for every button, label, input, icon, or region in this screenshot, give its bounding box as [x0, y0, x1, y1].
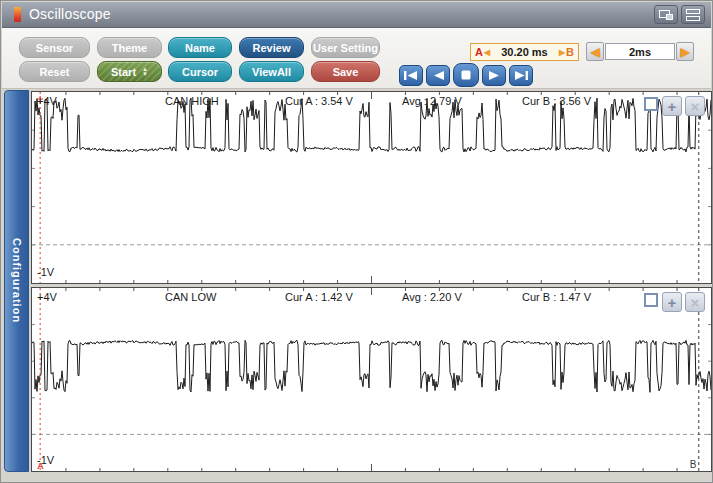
title-bar: Oscilloscope	[2, 2, 711, 28]
cursor-a-label: A	[475, 46, 483, 58]
transport-controls	[399, 63, 533, 87]
average-value: Avg : 2.79 V	[402, 95, 462, 107]
review-button[interactable]: Review	[239, 37, 304, 58]
configuration-tab[interactable]: Configuration	[4, 90, 29, 472]
cursor-a-value: Cur A : 1.42 V	[285, 291, 353, 303]
top-voltage-label: +4V	[37, 291, 57, 303]
average-value: Avg : 2.20 V	[402, 291, 462, 303]
channel-select-checkbox[interactable]	[644, 97, 658, 111]
can-high-waveform	[32, 92, 711, 283]
window-title: Oscilloscope	[29, 6, 111, 22]
a-left-arrow-icon[interactable]: ◀	[484, 48, 490, 57]
b-right-arrow-icon[interactable]: ▶	[559, 48, 565, 57]
cursor-button[interactable]: Cursor	[168, 61, 232, 82]
ab-time-readout: A ◀ 30.20 ms ▶ B	[470, 43, 579, 61]
stop-button[interactable]	[453, 63, 479, 87]
reset-button[interactable]: Reset	[19, 61, 90, 82]
cascade-windows-icon[interactable]	[654, 5, 678, 24]
app-logo-icon	[14, 7, 21, 22]
can-low-waveform: AB	[32, 288, 711, 471]
timebase-increase-button[interactable]: ▶	[676, 42, 694, 61]
scope-panel-can-low: AB +4V CAN LOW Cur A : 1.42 V Avg : 2.20…	[31, 287, 712, 472]
user-setting-button[interactable]: User Setting	[311, 37, 380, 58]
step-back-button[interactable]	[426, 65, 450, 86]
signal-name-label: CAN HIGH	[165, 95, 219, 107]
bottom-voltage-label: -1V	[37, 454, 54, 466]
play-button[interactable]	[482, 65, 506, 86]
split-layout-icon[interactable]	[681, 5, 705, 24]
oscilloscope-window: Oscilloscope Sensor Theme Name Review Us…	[0, 0, 713, 483]
theme-button[interactable]: Theme	[97, 37, 162, 58]
save-button[interactable]: Save	[311, 61, 380, 82]
sensor-button[interactable]: Sensor	[19, 37, 90, 58]
start-button[interactable]: Start ▲▼	[97, 61, 162, 82]
configuration-tab-label: Configuration	[11, 238, 23, 323]
scope-panel-can-high: +4V CAN HIGH Cur A : 3.54 V Avg : 2.79 V…	[31, 91, 712, 284]
name-button[interactable]: Name	[168, 37, 232, 58]
signal-name-label: CAN LOW	[165, 291, 216, 303]
svg-text:B: B	[690, 459, 697, 470]
add-channel-button[interactable]: +	[662, 292, 682, 312]
timebase-value-field[interactable]: 2ms	[605, 43, 675, 60]
cursor-a-value: Cur A : 3.54 V	[285, 95, 353, 107]
start-updown-icon: ▲▼	[142, 67, 148, 77]
cursor-b-label: B	[566, 46, 574, 58]
close-channel-button[interactable]: ×	[685, 96, 705, 116]
channel-select-checkbox[interactable]	[644, 293, 658, 307]
bottom-voltage-label: -1V	[37, 266, 54, 278]
timebase-decrease-button[interactable]: ◀	[586, 42, 604, 61]
close-channel-button[interactable]: ×	[685, 292, 705, 312]
cursor-b-value: Cur B : 1.47 V	[522, 291, 591, 303]
cursor-b-value: Cur B : 3.56 V	[522, 95, 591, 107]
add-channel-button[interactable]: +	[662, 96, 682, 116]
top-voltage-label: +4V	[37, 95, 57, 107]
toolbar: Sensor Theme Name Review User Setting Re…	[2, 28, 711, 89]
skip-to-end-button[interactable]	[509, 65, 533, 86]
viewall-button[interactable]: ViewAll	[239, 61, 304, 82]
skip-to-start-button[interactable]	[399, 65, 423, 86]
ab-delta-value: 30.20 ms	[491, 46, 558, 58]
